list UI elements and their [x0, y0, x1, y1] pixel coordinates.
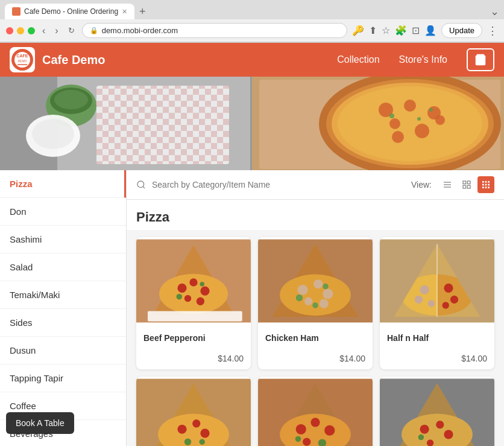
svg-point-114 [444, 430, 453, 439]
svg-point-101 [296, 424, 306, 435]
reader-icon[interactable]: ⊡ [412, 25, 420, 36]
svg-point-31 [389, 113, 394, 118]
svg-point-70 [304, 298, 312, 305]
svg-rect-44 [488, 181, 490, 183]
beef-pepperoni-image [136, 237, 251, 325]
svg-rect-49 [485, 186, 487, 188]
view-label: View: [411, 180, 432, 190]
cart-button[interactable] [467, 48, 494, 71]
grid-large-view-button[interactable] [477, 176, 494, 193]
svg-point-83 [428, 300, 435, 307]
product-card-chicken-ham[interactable]: Chicken Ham $14.00 [258, 237, 373, 369]
svg-rect-62 [148, 311, 242, 321]
product-card-beef-pepperoni[interactable]: Beef Pepperoni $14.00 [136, 237, 251, 369]
search-input[interactable] [152, 180, 405, 190]
forward-button[interactable]: › [52, 24, 60, 37]
svg-rect-39 [467, 181, 470, 184]
browser-actions: 🔑 ⬆ ☆ 🧩 ⊡ 👤 Update ⋮ [352, 23, 498, 38]
svg-point-13 [32, 119, 74, 149]
product-info-half-n-half: Half n Half [380, 327, 494, 351]
hero-image [0, 77, 504, 170]
cart-icon [474, 53, 487, 66]
svg-point-112 [420, 425, 429, 434]
sidebar-item-tapping-tapir[interactable]: Tapping Tapir [0, 365, 126, 392]
share-icon[interactable]: ⬆ [369, 25, 377, 36]
window-maximize-button[interactable]: ⌄ [490, 5, 499, 18]
cafe-logo: CAFE DEMO [10, 48, 34, 72]
view-controls: View: [411, 176, 494, 193]
svg-point-96 [200, 439, 206, 445]
puzzle-icon[interactable]: 🧩 [395, 25, 407, 36]
tab-close-button[interactable]: ✕ [122, 8, 127, 16]
svg-rect-45 [482, 184, 484, 186]
update-button[interactable]: Update [441, 23, 482, 38]
svg-point-95 [184, 438, 191, 445]
grid-small-view-button[interactable] [458, 176, 475, 193]
fullscreen-window-button[interactable] [28, 27, 35, 34]
pizza-5-image [258, 377, 373, 446]
sidebar-item-don[interactable]: Don [0, 198, 126, 226]
sidebar-item-sashimi[interactable]: Sashimi [0, 226, 126, 253]
sidebar-item-temaki-maki[interactable]: Temaki/Maki [0, 281, 126, 309]
product-name-beef-pepperoni: Beef Pepperoni [143, 333, 244, 343]
book-table-button[interactable]: Book A Table [6, 412, 74, 434]
svg-point-72 [296, 295, 303, 301]
svg-point-61 [200, 282, 204, 287]
svg-point-56 [189, 278, 197, 286]
product-info-chicken-ham: Chicken Ham [258, 327, 373, 351]
product-card-pizza-4[interactable] [136, 377, 251, 446]
address-bar[interactable]: 🔒 demo.mobi-order.com [82, 23, 347, 38]
main-content: Pizza Don Sashimi Salad Temaki/Maki Side… [0, 170, 504, 446]
sidebar-item-sides[interactable]: Sides [0, 309, 126, 337]
svg-rect-48 [482, 186, 484, 188]
svg-point-104 [303, 438, 310, 445]
product-card-pizza-6[interactable] [380, 377, 494, 446]
svg-rect-43 [485, 181, 487, 183]
product-price-chicken-ham: $14.00 [258, 351, 373, 369]
browser-controls: ‹ › ↻ 🔒 demo.mobi-order.com 🔑 ⬆ ☆ 🧩 ⊡ 👤 … [0, 19, 504, 42]
svg-point-73 [323, 284, 329, 290]
tab-favicon [12, 7, 20, 16]
grid-small-icon [462, 180, 471, 190]
svg-point-81 [420, 285, 429, 295]
svg-rect-38 [463, 181, 466, 184]
product-card-half-n-half[interactable]: Half n Half $14.00 [380, 237, 494, 369]
profile-icon[interactable]: 👤 [424, 25, 436, 36]
svg-text:DEMO: DEMO [18, 59, 27, 63]
sidebar-item-pizza[interactable]: Pizza [0, 170, 126, 198]
chicken-ham-image [258, 237, 373, 325]
bookmark-icon[interactable]: ☆ [382, 25, 390, 36]
collection-nav-link[interactable]: Collection [337, 54, 379, 65]
svg-rect-42 [482, 181, 484, 183]
svg-point-103 [324, 425, 335, 436]
app-header: CAFE DEMO Cafe Demo Collection Store's I… [0, 43, 504, 77]
minimize-window-button[interactable] [17, 27, 24, 34]
svg-point-86 [443, 302, 449, 308]
browser-chrome: Cafe Demo - Online Ordering ✕ + ⌄ ‹ › ↻ … [0, 0, 504, 43]
new-tab-button[interactable]: + [137, 5, 148, 18]
list-view-button[interactable] [439, 176, 456, 193]
sidebar-item-salad[interactable]: Salad [0, 253, 126, 281]
svg-point-55 [177, 284, 186, 293]
reload-button[interactable]: ↻ [66, 25, 77, 36]
svg-point-94 [200, 428, 209, 438]
menu-dots-button[interactable]: ⋮ [487, 24, 498, 37]
active-tab[interactable]: Cafe Demo - Online Ordering ✕ [5, 4, 134, 19]
svg-point-69 [323, 288, 333, 299]
list-view-icon [443, 180, 452, 190]
sidebar-item-dusun[interactable]: Dusun [0, 337, 126, 365]
svg-point-82 [415, 296, 423, 304]
stores-info-nav-link[interactable]: Store's Info [399, 54, 447, 65]
product-card-pizza-5[interactable] [258, 377, 373, 446]
svg-point-74 [312, 302, 318, 308]
traffic-lights [6, 27, 35, 34]
svg-point-58 [184, 295, 191, 302]
svg-point-116 [418, 435, 424, 441]
close-window-button[interactable] [6, 27, 13, 34]
back-button[interactable]: ‹ [40, 24, 48, 37]
svg-point-32 [417, 117, 421, 121]
key-icon[interactable]: 🔑 [352, 25, 364, 36]
svg-point-67 [298, 285, 308, 295]
svg-point-59 [197, 298, 204, 305]
sidebar: Pizza Don Sashimi Salad Temaki/Maki Side… [0, 170, 127, 446]
